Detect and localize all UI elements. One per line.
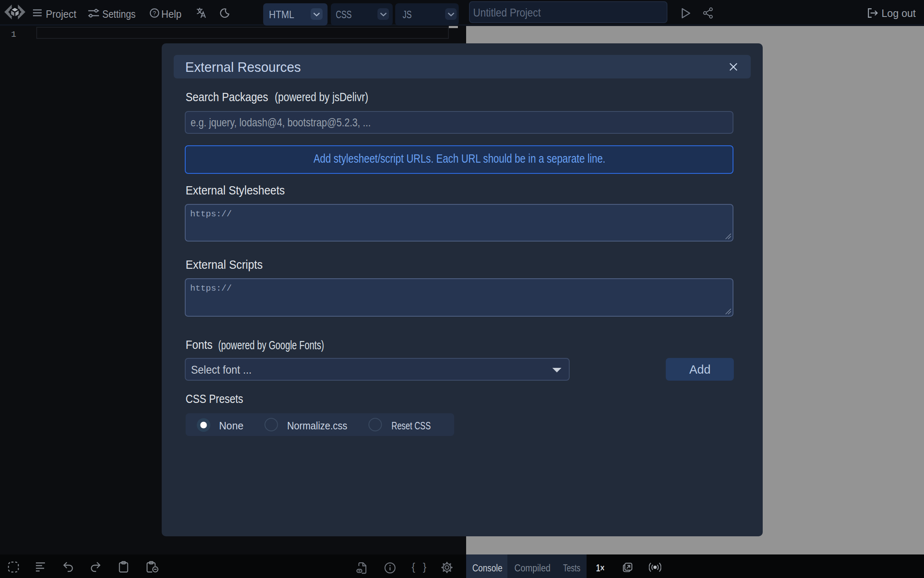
svg-text:?: ? [153, 10, 156, 17]
